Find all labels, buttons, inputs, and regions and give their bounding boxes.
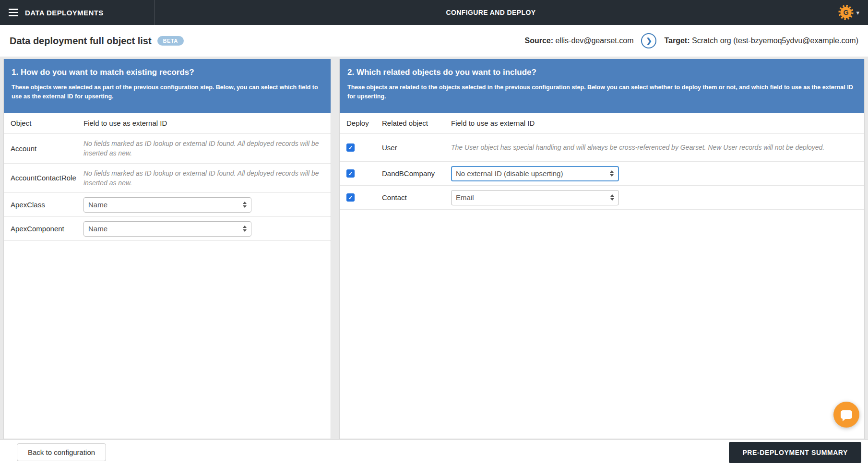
hamburger-menu-icon[interactable] <box>9 9 18 16</box>
back-to-configuration-button[interactable]: Back to configuration <box>17 443 106 461</box>
select-arrows-icon <box>610 170 614 177</box>
account-menu[interactable]: G ▾ <box>838 5 859 20</box>
chat-bubble-icon <box>841 410 852 419</box>
target-label: Target: <box>664 36 690 45</box>
match-records-description: These objects were selected as part of t… <box>12 83 323 102</box>
page-header: Data deployment full object list BETA So… <box>0 25 868 57</box>
object-name: User <box>382 143 451 152</box>
related-objects-title: 2. Which related objects do you want to … <box>347 68 856 77</box>
page-step-title: CONFIGURE AND DEPLOY <box>155 0 827 25</box>
select-arrows-icon <box>610 194 614 201</box>
object-name: AccountContactRole <box>11 174 83 182</box>
deploy-checkbox-dandbcompany[interactable]: ✓ <box>346 169 355 178</box>
source-target-summary: Source: ellis-dev@gearset.com ❯ Target: … <box>524 33 858 48</box>
navbar-left: DATA DEPLOYMENTS <box>0 0 155 25</box>
select-arrows-icon <box>243 202 247 208</box>
external-id-select-contact[interactable]: Email <box>451 190 619 205</box>
no-external-id-note: No fields marked as ID lookup or externa… <box>83 164 324 193</box>
top-navbar: DATA DEPLOYMENTS CONFIGURE AND DEPLOY G … <box>0 0 868 25</box>
left-table-header: Object Field to use as external ID <box>4 113 331 134</box>
col-external-id: Field to use as external ID <box>451 119 857 127</box>
table-row: ✓ User The User object has special handl… <box>340 134 864 162</box>
select-value: No external ID (disable upserting) <box>456 169 563 178</box>
match-records-panel-header: 1. How do you want to match existing rec… <box>4 59 331 113</box>
col-deploy: Deploy <box>346 119 382 127</box>
main-content: 1. How do you want to match existing rec… <box>0 57 868 439</box>
svg-text:G: G <box>844 9 849 16</box>
target-value: Scratch org (test-bzyemoq5ydvu@example.c… <box>692 36 858 45</box>
navbar-right: G ▾ <box>827 0 868 25</box>
match-records-panel: 1. How do you want to match existing rec… <box>3 59 331 439</box>
object-name: ApexComponent <box>11 225 83 233</box>
table-row: ApexClass Name <box>4 193 331 217</box>
select-value: Name <box>88 225 107 233</box>
object-name: DandBCompany <box>382 169 451 178</box>
col-object: Object <box>11 119 83 127</box>
table-row: ApexComponent Name <box>4 217 331 241</box>
product-title: DATA DEPLOYMENTS <box>25 9 104 17</box>
deploy-checkbox-contact[interactable]: ✓ <box>346 193 355 202</box>
select-value: Name <box>88 201 107 209</box>
table-row: AccountContactRole No fields marked as I… <box>4 164 331 193</box>
external-id-select-apexcomponent[interactable]: Name <box>83 221 251 237</box>
match-records-title: 1. How do you want to match existing rec… <box>12 68 323 77</box>
col-related-object: Related object <box>382 119 451 127</box>
object-name: ApexClass <box>11 201 83 209</box>
table-row: Account No fields marked as ID lookup or… <box>4 134 331 164</box>
related-objects-panel: 2. Which related objects do you want to … <box>339 59 865 439</box>
no-external-id-note: No fields marked as ID lookup or externa… <box>83 134 324 163</box>
object-name: Account <box>11 144 83 153</box>
deploy-checkbox-user[interactable]: ✓ <box>346 143 355 152</box>
pre-deployment-summary-button[interactable]: PRE-DEPLOYMENT SUMMARY <box>729 442 861 463</box>
chat-support-button[interactable] <box>833 402 859 428</box>
col-external-id: Field to use as external ID <box>83 119 324 127</box>
page-title: Data deployment full object list <box>10 36 152 47</box>
right-table-header: Deploy Related object Field to use as ex… <box>340 113 864 134</box>
select-value: Email <box>456 193 474 202</box>
user-special-handling-note: The User object has special handling and… <box>451 138 857 157</box>
footer-bar: Back to configuration PRE-DEPLOYMENT SUM… <box>0 439 868 465</box>
beta-badge: BETA <box>157 36 184 46</box>
source-label: Source: <box>524 36 553 45</box>
related-objects-description: These objects are related to the objects… <box>347 83 856 102</box>
table-row: ✓ DandBCompany No external ID (disable u… <box>340 162 864 186</box>
select-arrows-icon <box>243 226 247 232</box>
deploy-direction-arrow-icon: ❯ <box>641 33 656 48</box>
object-name: Contact <box>382 193 451 202</box>
caret-down-icon: ▾ <box>856 9 859 16</box>
external-id-select-apexclass[interactable]: Name <box>83 197 251 213</box>
source-value: ellis-dev@gearset.com <box>555 36 633 45</box>
gearset-logo-icon: G <box>838 5 854 20</box>
table-row: ✓ Contact Email <box>340 186 864 210</box>
related-objects-panel-header: 2. Which related objects do you want to … <box>340 59 864 113</box>
external-id-select-dandbcompany[interactable]: No external ID (disable upserting) <box>451 166 619 181</box>
